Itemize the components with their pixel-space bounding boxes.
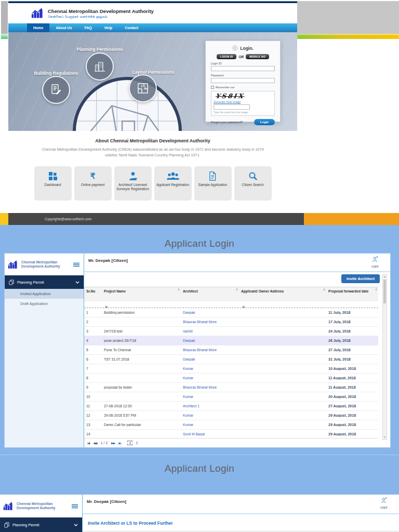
password-input[interactable] [211,78,275,83]
column-header-address[interactable]: Applicant/ Owner Address▲▼ [239,287,326,301]
architect-link[interactable]: Bhaurao Bharat More [183,385,220,389]
tile-label: Dashboard [34,183,72,187]
sidebar-item-invited-application[interactable]: Invited Application [5,289,84,299]
menu-toggle-icon[interactable] [71,500,79,512]
page-number-2[interactable]: 2 [135,441,139,445]
login-button[interactable]: Login [254,119,275,125]
invite-architect-button[interactable]: Invite Architect [341,274,380,283]
cell-srno: 2 [84,320,102,324]
tile-architect-licensed-surveyor-registration[interactable]: Architect/ Licensed Surveyor Registratio… [114,166,152,201]
login-id-tab[interactable]: LOGIN ID [217,54,237,59]
architect-link[interactable]: Kumar [183,423,197,427]
tile-label: Applicant Registration [154,183,192,187]
next-page-icon[interactable]: ▶▶ [111,441,115,445]
architect-link[interactable]: Deepak [183,339,198,342]
architect-link[interactable]: Kumar [183,414,197,417]
sidebar-item-planning-permit[interactable]: Planning Permit [0,517,82,532]
column-header-srno[interactable]: Sr.No [84,287,102,301]
nav-item-about-us[interactable]: About Us [49,23,78,32]
login-id-label: Login ID [211,62,275,65]
nav-item-home[interactable]: Home [27,23,49,32]
table-row[interactable]: 10Kumar20 August, 2018 [84,392,378,402]
table-row[interactable]: 7Kumar10 August, 2018 [84,364,378,374]
building-regulations-button[interactable] [42,76,70,104]
layout-permissions-button[interactable] [129,74,157,102]
prev-page-icon[interactable]: ◀◀ [93,441,97,445]
logged-in-user: Mr. Deepak [Citizen] [88,258,128,263]
table-row[interactable]: 6TST 31.07.2018Deepak31 July, 2018 [84,355,378,364]
table-row[interactable]: 324/7/18 testrashid24 July, 2018 [84,327,378,336]
forgot-password-link[interactable]: Forgot your password? [211,121,243,124]
captcha-hint: Type the code from the image [214,111,272,114]
clear-filter-icon[interactable]: × [102,304,108,310]
about-title: About Chennai Metropolitan Development A… [8,138,297,143]
planning-permissions-button[interactable] [86,52,114,81]
tile-citizen-search[interactable]: Citizen Search [234,166,272,201]
table-row[interactable]: 5Pune To ChennaiBhaurao Bharat More27 Ju… [84,345,378,355]
table-row[interactable]: 13Demo Call for particularKumar29 August… [84,420,378,430]
site-header: Chennai Metropolitan Development Authori… [8,3,297,23]
architect-link[interactable]: Kumar [183,367,197,370]
table-row[interactable]: 1127-08-2018 12:30Architect 127 August, … [84,402,378,411]
footer-orange-block [304,213,399,225]
architect-link[interactable]: Architect 1 [183,404,203,408]
architect-link[interactable]: Sunil M Bagal [183,432,208,436]
architect-link[interactable]: Deepak [183,357,198,361]
login-id-input[interactable] [211,66,275,71]
architect-link[interactable]: rashid [183,329,196,333]
sort-icon: ▲▼ [375,288,377,291]
architect-link[interactable]: Bhaurao Bharat More [183,320,220,324]
architect-link[interactable]: Kumar [183,395,197,398]
nav-item-help[interactable]: Help [98,23,118,32]
architect-link[interactable]: Kumar [183,376,197,380]
left-edge-green-strip [1,34,8,39]
user-menu[interactable]: USER [371,256,379,268]
scroll-up-icon[interactable]: ▲ [383,275,387,279]
first-page-icon[interactable]: |◀ [87,441,89,445]
dashboard-grid-icon [34,171,72,181]
clear-filter-icon[interactable]: × [239,304,245,310]
page-number-1[interactable]: 1 [127,441,132,445]
tile-online-payment[interactable]: ₹Online payment [74,166,112,201]
generate-new-image-link[interactable]: Generate New Image [214,100,272,103]
divider [83,531,399,531]
scroll-down-icon[interactable]: ▼ [383,435,387,440]
table-row[interactable]: 2Bhaurao Bharat More17 July, 2018 [84,317,378,327]
user-menu[interactable]: USER [380,497,388,509]
architect-link[interactable]: Bhaurao Bharat More [183,348,220,352]
sidebar-item-planning-permit[interactable]: Planning Permit [5,275,84,289]
sidebar-org-name: Chennai Metropolitan Development Authori… [21,260,72,269]
remember-me-checkbox[interactable] [211,86,214,89]
toolbar: Invite Architect [84,272,390,287]
mobile-no-tab[interactable]: MOBILE NO [246,54,269,59]
sidebar-header: Chennai Metropolitan Development Authori… [5,254,84,275]
tile-sample-application[interactable]: Sample Application [194,166,232,201]
scrollbar-thumb[interactable] [383,280,386,303]
cell-architect: Sunil M Bagal [181,432,239,436]
sidebar-item-draft-application[interactable]: Draft Application [5,299,84,309]
column-header-project-name[interactable]: Project Name▲▼ [102,287,181,301]
table-row[interactable]: 1229-08-2018 5:57 PMKumar29 August, 2018 [84,411,378,420]
column-header-architect[interactable]: Architect▲▼ [181,287,239,301]
nav-item-contact[interactable]: Contact [118,23,144,32]
tile-applicant-registration[interactable]: Applicant Registration [154,166,192,201]
menu-toggle-icon[interactable] [72,259,81,270]
table-row[interactable]: 8Kumar11 August, 2018 [84,374,378,383]
nav-item-faq[interactable]: FAQ [78,23,98,32]
captcha-input[interactable] [214,104,250,110]
table-row[interactable]: 4pune project 26/7/18Deepak26 July, 2018 [84,336,378,345]
cell-srno: 13 [84,423,102,427]
buildings-icon [94,60,106,73]
or-label: OR [238,55,244,59]
table-scrollbar[interactable]: ▲ ▼ [382,274,387,440]
permit-icon [4,522,9,528]
document-icon [194,171,232,181]
table-row[interactable]: 9proposal by testerBhaurao Bharat More11… [84,383,378,392]
sort-icon: ▲▼ [236,288,238,291]
column-header-date[interactable]: Proposal forwarded date▲▼ [326,287,378,301]
tile-dashboard[interactable]: Dashboard [34,166,72,201]
remember-me-label: Remember me [216,86,234,89]
last-page-icon[interactable]: ▶| [118,441,121,445]
architect-link[interactable]: Deepak [183,311,198,314]
copyright-text: Copyrights@www.softtech.com [45,217,91,221]
